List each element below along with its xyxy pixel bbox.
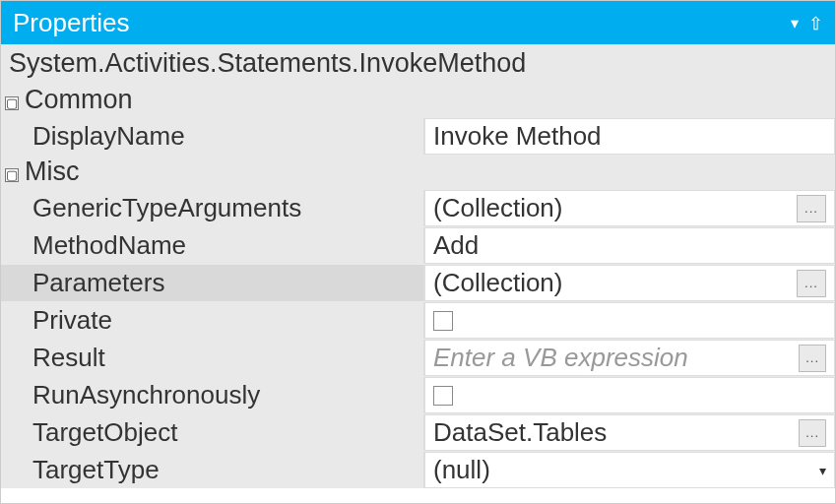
selected-object-name: System.Activities.Statements.InvokeMetho… [1, 44, 835, 83]
row-parameters: Parameters (Collection) ... [1, 264, 835, 301]
panel-titlebar: Properties ▾ ⇩ [1, 1, 835, 44]
category-label: Misc [25, 157, 80, 187]
label-runasync[interactable]: RunAsynchronously [1, 377, 424, 413]
input-displayname[interactable] [433, 121, 826, 152]
row-targetobject: TargetObject ... [1, 413, 835, 451]
value-generictypeargs[interactable]: (Collection) ... [424, 190, 835, 226]
value-runasync[interactable] [424, 377, 835, 413]
ellipsis-button[interactable]: ... [799, 419, 826, 447]
label-parameters[interactable]: Parameters [1, 265, 424, 301]
input-targetobject[interactable] [433, 417, 793, 448]
label-methodname[interactable]: MethodName [1, 227, 424, 264]
autohide-arrow-icon[interactable]: ▾ [791, 14, 799, 32]
label-private[interactable]: Private [1, 302, 424, 339]
value-displayname[interactable] [424, 118, 835, 155]
value-targettype[interactable]: (null) ▾ [424, 452, 835, 488]
panel-title: Properties [13, 8, 130, 38]
ellipsis-button[interactable]: ... [799, 345, 826, 372]
value-private[interactable] [424, 302, 835, 339]
label-targettype[interactable]: TargetType [1, 452, 424, 488]
text-targettype: (null) [433, 455, 490, 485]
property-grid: ▢ Common DisplayName ▢ Misc GenericTypeA… [1, 83, 835, 503]
checkbox-runasync[interactable] [433, 386, 453, 406]
label-targetobject[interactable]: TargetObject [1, 414, 424, 451]
label-generictypeargs[interactable]: GenericTypeArguments [1, 190, 424, 226]
ellipsis-button[interactable]: ... [797, 195, 826, 222]
row-result: Result ... [1, 339, 835, 376]
collapse-icon[interactable]: ▢ [5, 96, 19, 110]
row-private: Private [1, 301, 835, 339]
text-parameters: (Collection) [433, 268, 563, 298]
category-common[interactable]: ▢ Common [1, 83, 835, 117]
value-methodname[interactable] [424, 227, 835, 264]
input-methodname[interactable] [433, 230, 826, 261]
label-displayname[interactable]: DisplayName [1, 118, 424, 155]
row-runasync: RunAsynchronously [1, 376, 835, 413]
value-targetobject[interactable]: ... [424, 414, 835, 451]
row-displayname: DisplayName [1, 117, 835, 155]
checkbox-private[interactable] [433, 311, 453, 331]
row-generictypeargs: GenericTypeArguments (Collection) ... [1, 189, 835, 226]
collapse-icon[interactable]: ▢ [5, 168, 19, 182]
label-result[interactable]: Result [1, 340, 424, 376]
category-misc[interactable]: ▢ Misc [1, 155, 835, 189]
ellipsis-button[interactable]: ... [797, 270, 826, 297]
input-result[interactable] [433, 343, 793, 373]
row-methodname: MethodName [1, 226, 835, 264]
value-result[interactable]: ... [424, 340, 835, 376]
text-generictypeargs: (Collection) [433, 193, 563, 223]
pin-icon[interactable]: ⇩ [808, 12, 823, 33]
value-parameters[interactable]: (Collection) ... [424, 265, 835, 301]
properties-panel: Properties ▾ ⇩ System.Activities.Stateme… [0, 0, 836, 504]
category-label: Common [25, 85, 133, 115]
row-targettype: TargetType (null) ▾ [1, 451, 835, 488]
chevron-down-icon[interactable]: ▾ [819, 463, 826, 478]
